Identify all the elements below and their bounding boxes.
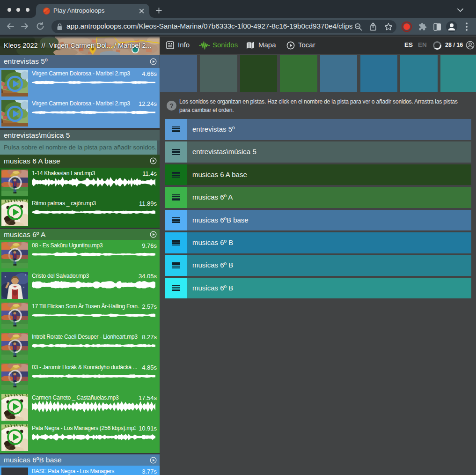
svg-text:?: ? — [169, 102, 174, 110]
